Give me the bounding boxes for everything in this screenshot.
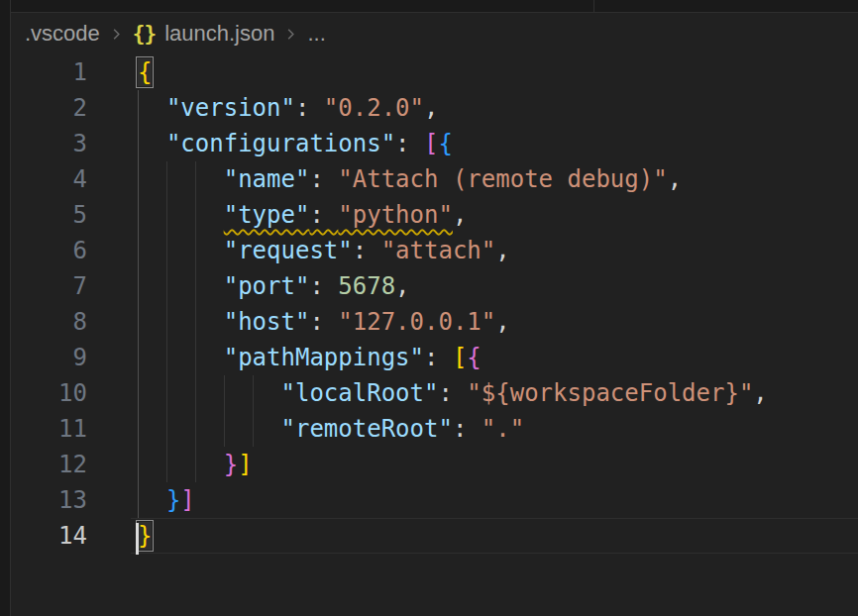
code-line[interactable]: 5 "type": "python", <box>0 197 858 233</box>
line-number: 8 <box>0 304 87 340</box>
code-token: "0.2.0" <box>324 94 424 122</box>
code-line[interactable]: 2 "version": "0.2.0", <box>0 90 858 126</box>
code-token: [ <box>424 130 438 157</box>
code-line[interactable]: 12 }] <box>0 447 858 482</box>
matched-bracket: } <box>138 522 152 550</box>
code-line[interactable]: 4 "name": "Attach (remote debug)", <box>0 161 858 197</box>
code-token: "python" <box>338 201 453 229</box>
line-number: 5 <box>0 197 87 233</box>
code-token: , <box>753 379 767 407</box>
code-token: : <box>309 201 338 229</box>
code-text: "request": "attach", <box>138 233 510 268</box>
code-token: , <box>668 165 682 193</box>
code-token: "remoteRoot" <box>281 415 453 443</box>
chevron-right-icon <box>109 25 124 43</box>
code-text: "port": 5678, <box>138 268 410 304</box>
breadcrumb-item-symbol[interactable]: ... <box>307 21 325 47</box>
code-token: : <box>295 94 324 122</box>
code-text: } <box>138 518 152 554</box>
code-text: "localRoot": "${workspaceFolder}", <box>138 375 768 411</box>
code-token: : <box>453 415 482 443</box>
code-line[interactable]: 7 "port": 5678, <box>0 268 858 304</box>
code-token: [ <box>453 344 467 371</box>
code-token: { <box>467 344 481 371</box>
warning-squiggle-span: "type": "python" <box>224 201 453 229</box>
code-token: "${workspaceFolder}" <box>467 379 753 407</box>
code-text: "host": "127.0.0.1", <box>138 304 510 340</box>
code-token: "Attach (remote debug)" <box>338 165 667 193</box>
line-number: 9 <box>0 340 87 375</box>
code-token: : <box>353 237 381 264</box>
tab-bar-sliver <box>10 0 858 13</box>
code-token: : <box>309 308 338 336</box>
code-token: "configurations" <box>166 130 395 157</box>
code-text: }] <box>138 482 195 518</box>
current-line-highlight <box>131 518 858 554</box>
code-line[interactable]: 13 }] <box>0 482 858 518</box>
code-text: "pathMappings": [{ <box>138 340 482 375</box>
code-token: : <box>424 344 453 371</box>
code-token: ] <box>238 451 252 478</box>
line-number: 14 <box>0 518 87 554</box>
code-token: 5678 <box>338 272 395 300</box>
code-token: "." <box>482 415 524 443</box>
code-line[interactable]: 14} <box>0 518 858 554</box>
breadcrumb-item-folder[interactable]: .vscode <box>25 21 100 47</box>
code-line[interactable]: 10 "localRoot": "${workspaceFolder}", <box>0 375 858 411</box>
code-token: "type" <box>224 201 310 229</box>
code-line[interactable]: 3 "configurations": [{ <box>0 126 858 161</box>
code-line[interactable]: 8 "host": "127.0.0.1", <box>0 304 858 340</box>
code-token: "version" <box>166 94 295 122</box>
code-line[interactable]: 1{ <box>0 54 858 90</box>
code-token: , <box>495 237 509 264</box>
code-token: { <box>438 130 452 157</box>
code-token: "port" <box>224 272 310 300</box>
line-number: 6 <box>0 233 87 268</box>
matched-bracket: { <box>138 58 152 86</box>
line-number: 3 <box>0 126 87 161</box>
code-token: , <box>453 201 467 229</box>
code-text: "remoteRoot": "." <box>138 411 524 447</box>
code-token: : <box>309 272 338 300</box>
code-token: "name" <box>224 165 310 193</box>
code-text: "configurations": [{ <box>138 126 453 161</box>
line-number: 1 <box>0 54 87 90</box>
vscode-editor-window: .vscode {} launch.json ... 1{2 "version"… <box>0 0 858 616</box>
line-number: 4 <box>0 161 87 197</box>
breadcrumb-item-file[interactable]: launch.json <box>164 21 274 47</box>
code-text: "version": "0.2.0", <box>138 90 438 126</box>
line-number: 12 <box>0 447 87 482</box>
code-token: "127.0.0.1" <box>338 308 495 336</box>
tab-divider <box>593 0 594 12</box>
code-token: , <box>424 94 438 122</box>
breadcrumb: .vscode {} launch.json ... <box>11 13 858 54</box>
code-token: , <box>495 308 509 336</box>
code-token: : <box>309 165 338 193</box>
code-token: "localRoot" <box>281 379 439 407</box>
code-token: , <box>395 272 409 300</box>
json-braces-icon: {} <box>133 22 156 46</box>
line-number: 2 <box>0 90 87 126</box>
code-token: } <box>166 486 180 514</box>
line-number: 10 <box>0 375 87 411</box>
code-token: ] <box>180 486 194 514</box>
code-token: } <box>224 451 238 478</box>
code-token: "attach" <box>381 237 496 264</box>
line-number: 7 <box>0 268 87 304</box>
code-token: "request" <box>224 237 353 264</box>
code-text: }] <box>138 447 253 482</box>
code-token: : <box>438 379 467 407</box>
code-token: "host" <box>224 308 310 336</box>
line-number: 11 <box>0 411 87 447</box>
code-text: "name": "Attach (remote debug)", <box>138 161 682 197</box>
line-number: 13 <box>0 482 87 518</box>
code-text: { <box>138 54 152 90</box>
code-token: : <box>395 130 424 157</box>
code-editor[interactable]: 1{2 "version": "0.2.0",3 "configurations… <box>0 54 858 616</box>
code-line[interactable]: 6 "request": "attach", <box>0 233 858 268</box>
code-token: "pathMappings" <box>224 344 424 371</box>
chevron-right-icon <box>283 25 298 43</box>
code-line[interactable]: 9 "pathMappings": [{ <box>0 340 858 375</box>
code-line[interactable]: 11 "remoteRoot": "." <box>0 411 858 447</box>
code-text: "type": "python", <box>138 197 467 233</box>
